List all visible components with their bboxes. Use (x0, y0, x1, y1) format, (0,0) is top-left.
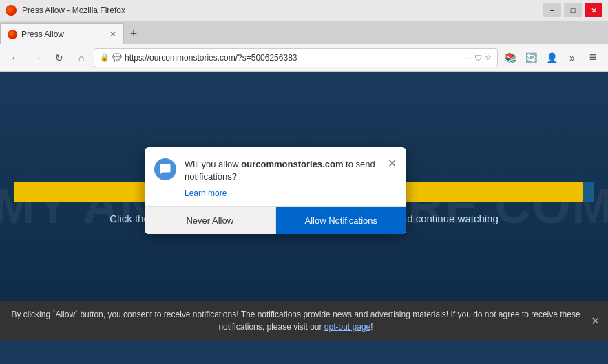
notif-actions: Never Allow Allow Notifications (145, 206, 406, 234)
banner-close-button[interactable]: ✕ (591, 314, 600, 328)
address-text: https://ourcommonstories.com/?s=50062563… (125, 53, 463, 63)
chat-icon (159, 163, 171, 175)
library-icon[interactable]: 📚 (501, 48, 520, 67)
notif-text: Will you allow ourcommonstories.com to s… (185, 158, 379, 183)
bottom-banner: By clicking `Allow` button, you consent … (0, 301, 608, 340)
titlebar-left: Press Allow - Mozilla Firefox (6, 5, 125, 16)
banner-text: By clicking `Allow` button, you consent … (11, 310, 580, 332)
address-icons: ··· 🛡 ☆ (465, 53, 492, 62)
titlebar: Press Allow - Mozilla Firefox − □ ✕ (0, 0, 608, 21)
home-button[interactable]: ⌂ (72, 48, 91, 67)
tabbar: Press Allow ✕ + (0, 21, 608, 44)
titlebar-controls: − □ ✕ (543, 3, 602, 17)
main-content: MY ANTI-SPYWARE.COM Will you allow ourco… (0, 72, 608, 340)
maximize-button[interactable]: □ (564, 3, 582, 17)
notification-popup: Will you allow ourcommonstories.com to s… (145, 147, 406, 234)
notif-question: Will you allow ourcommonstories.com to s… (185, 158, 379, 183)
container-icon[interactable]: 👤 (542, 48, 561, 67)
star-icon[interactable]: ☆ (485, 53, 492, 62)
never-allow-button[interactable]: Never Allow (145, 207, 276, 234)
forward-button[interactable]: → (28, 48, 47, 67)
notif-close-button[interactable]: ✕ (388, 158, 397, 169)
menu-button[interactable]: ≡ (583, 48, 602, 67)
sync-icon[interactable]: 🔄 (521, 48, 541, 67)
banner-text-end: ! (370, 322, 373, 332)
close-button[interactable]: ✕ (585, 3, 602, 17)
notif-question-prefix: Will you allow (185, 159, 241, 169)
active-tab[interactable]: Press Allow ✕ (0, 23, 124, 44)
more-icon[interactable]: ··· (465, 54, 472, 62)
firefox-icon (6, 5, 17, 16)
bookmark-shield-icon: 🛡 (474, 54, 482, 62)
minimize-button[interactable]: − (543, 3, 561, 17)
allow-notifications-button[interactable]: Allow Notifications (276, 207, 407, 234)
navbar: ← → ↻ ⌂ 🔒 💬 https://ourcommonstories.com… (0, 44, 608, 72)
back-button[interactable]: ← (6, 48, 25, 67)
new-tab-button[interactable]: + (124, 24, 143, 43)
notif-learn-more[interactable]: Learn more (145, 189, 406, 206)
extensions-icon[interactable]: » (563, 48, 582, 67)
notif-header: Will you allow ourcommonstories.com to s… (145, 147, 406, 189)
notification-icon (154, 158, 176, 180)
reload-button[interactable]: ↻ (50, 48, 69, 67)
tab-close-button[interactable]: ✕ (109, 30, 116, 39)
titlebar-title: Press Allow - Mozilla Firefox (22, 6, 125, 15)
tab-favicon (8, 30, 17, 39)
opt-out-link[interactable]: opt-out page (324, 322, 370, 332)
address-bar[interactable]: 🔒 💬 https://ourcommonstories.com/?s=5006… (94, 48, 498, 67)
tab-label: Press Allow (21, 30, 64, 39)
nav-extra: 📚 🔄 👤 » ≡ (501, 48, 602, 67)
notif-domain: ourcommonstories.com (241, 159, 343, 169)
